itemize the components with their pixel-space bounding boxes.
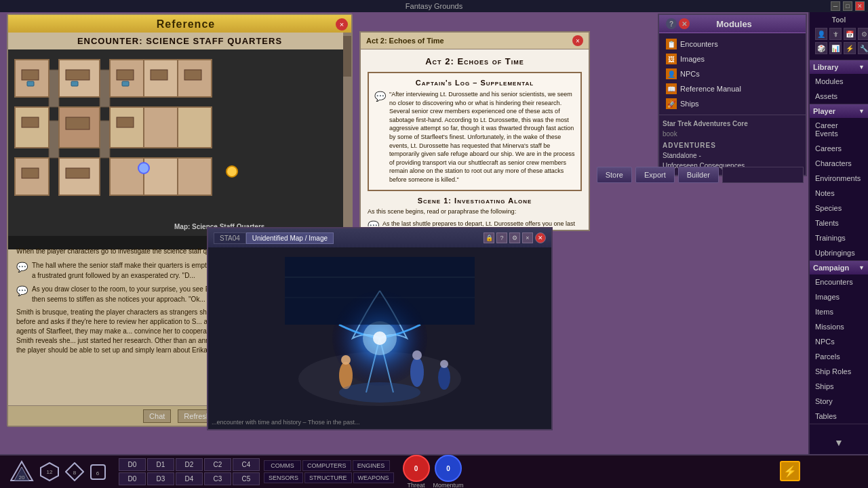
bottom-right-icon[interactable]: ⚡ <box>780 461 800 481</box>
map-section-heading: ENCOUNTER: SCIENCE STAFF QUARTERS <box>8 33 351 49</box>
module-images[interactable]: 🖼 Images <box>663 52 802 66</box>
scene1-dialogue: 💬 As the last shuttle prepares to depart… <box>368 220 582 226</box>
maximize-btn[interactable]: □ <box>843 1 852 11</box>
sidebar-item-encounters[interactable]: Encounters <box>810 274 868 289</box>
stat-c4[interactable]: C4 <box>233 458 260 471</box>
dice-d8[interactable]: 8 <box>65 462 84 481</box>
sidebar-item-modules[interactable]: Modules <box>810 74 868 89</box>
skill-comms[interactable]: COMMS <box>264 460 301 471</box>
search-input-area[interactable] <box>722 167 804 183</box>
player-section-header[interactable]: Player ▼ <box>810 104 868 118</box>
popup-tab-unidentified[interactable]: Unidentified Map / Image <box>246 232 334 244</box>
stat-d2[interactable]: D2 <box>176 458 203 471</box>
stat-d0-2[interactable]: D0 <box>119 472 146 485</box>
image-x-btn[interactable]: × <box>522 232 533 243</box>
sidebar-item-species[interactable]: Species <box>810 201 868 216</box>
sidebar-item-items[interactable]: Items <box>810 304 868 319</box>
module-reference-manual[interactable]: 📖 Reference Manual <box>663 81 802 96</box>
sidebar-item-ship-roles[interactable]: Ship Roles <box>810 364 868 379</box>
tool-icon-3[interactable]: 📅 <box>844 28 856 40</box>
momentum-indicator-group: 0 Momentum <box>433 455 464 488</box>
tool-icons: 👤 🗡 📅 ⚙ 🎲 📊 ⚡ 🔧 <box>812 25 865 57</box>
ref-nav-prev[interactable]: Chat <box>143 409 171 423</box>
sidebar-item-characters[interactable]: Characters <box>810 156 868 171</box>
sidebar-item-notes[interactable]: Notes <box>810 186 868 201</box>
sidebar-item-parcels[interactable]: Parcels <box>810 349 868 364</box>
module-encounters[interactable]: 📋 Encounters <box>663 37 802 52</box>
tool-icon-8[interactable]: 🔧 <box>858 42 868 54</box>
stat-d4[interactable]: D4 <box>176 472 203 485</box>
svg-text:20: 20 <box>19 474 25 481</box>
tool-icon-5[interactable]: 🎲 <box>815 42 827 54</box>
svg-rect-17 <box>144 158 178 195</box>
close-btn[interactable]: ✕ <box>855 1 865 11</box>
sidebar-item-npcs[interactable]: NPCs <box>810 334 868 349</box>
builder-button[interactable]: Builder <box>678 167 719 183</box>
act-close-btn[interactable]: × <box>572 35 583 46</box>
reference-close-btn[interactable]: × <box>336 18 348 30</box>
skill-computers[interactable]: COMPUTERS <box>302 460 351 471</box>
tool-section: Tool 👤 🗡 📅 ⚙ 🎲 📊 ⚡ 🔧 <box>810 12 868 60</box>
sidebar-item-tables[interactable]: Tables <box>810 409 868 424</box>
stat-d0-1[interactable]: D0 <box>119 458 146 471</box>
module-npcs-label: NPCs <box>680 70 700 78</box>
module-npcs-icon: 👤 <box>666 68 677 79</box>
dice-d12[interactable]: 12 <box>39 462 60 482</box>
act-content: Act 2: Echoes of Time Captain's Log – Su… <box>361 49 589 226</box>
module-npcs[interactable]: 👤 NPCs <box>663 66 802 81</box>
store-button[interactable]: Store <box>597 167 632 183</box>
dice-d6[interactable]: 6 <box>90 464 106 481</box>
lock-btn[interactable]: 🔒 <box>484 232 494 243</box>
skill-sensors[interactable]: SENSORS <box>264 472 303 483</box>
sidebar-item-images[interactable]: Images <box>810 289 868 304</box>
scene1-title: Scene 1: Investigating Alone <box>368 197 582 205</box>
image-close-btn[interactable]: ✕ <box>535 232 546 243</box>
minimize-btn[interactable]: ─ <box>831 1 840 11</box>
sidebar-item-careers[interactable]: Careers <box>810 141 868 156</box>
svg-rect-20 <box>66 70 90 80</box>
stat-d3[interactable]: D3 <box>147 472 174 485</box>
act-main-title: Act 2: Echoes of Time <box>368 56 582 66</box>
modules-close-icon[interactable]: ✕ <box>679 18 690 29</box>
svg-text:8: 8 <box>73 470 77 476</box>
library-section-header[interactable]: Library ▼ <box>810 60 868 74</box>
skill-structure[interactable]: STRUCTURE <box>304 472 352 483</box>
tool-icon-2[interactable]: 🗡 <box>829 28 842 40</box>
sidebar-item-environments[interactable]: Environments <box>810 171 868 186</box>
tool-icon-6[interactable]: 📊 <box>829 42 842 54</box>
scrollbar-thumb[interactable] <box>343 36 351 77</box>
sidebar-item-ships[interactable]: Ships <box>810 379 868 394</box>
modules-help-icon[interactable]: ? <box>666 18 677 29</box>
act-panel: Act 2: Echoes of Time × Act 2: Echoes of… <box>359 31 590 231</box>
campaign-section-header[interactable]: Campaign ▼ <box>810 261 868 274</box>
stat-d1[interactable]: D1 <box>147 458 174 471</box>
skill-weapons[interactable]: WEAPONS <box>353 472 394 483</box>
stat-c2[interactable]: C2 <box>204 458 231 471</box>
stat-c5[interactable]: C5 <box>233 472 260 485</box>
image-settings-btn[interactable]: ⚙ <box>509 232 520 243</box>
skill-engines[interactable]: ENGINES <box>353 460 390 471</box>
sidebar-item-upbringings[interactable]: Upbringings <box>810 245 868 260</box>
sidebar-item-career-events[interactable]: Career Events <box>810 118 868 141</box>
image-help-btn[interactable]: ? <box>496 232 507 243</box>
bottom-emblem[interactable]: ⚡ <box>780 461 800 481</box>
sidebar-item-talents[interactable]: Talents <box>810 216 868 230</box>
stat-c3[interactable]: C3 <box>204 472 231 485</box>
popup-tab-sta04[interactable]: STA04 <box>214 232 246 244</box>
module-ships[interactable]: 🚀 Ships <box>663 96 802 111</box>
tool-icon-7[interactable]: ⚡ <box>844 42 856 54</box>
tool-icon-4[interactable]: ⚙ <box>858 28 868 40</box>
sidebar-item-assets[interactable]: Assets <box>810 89 868 104</box>
window-controls[interactable]: ─ □ ✕ <box>831 1 865 11</box>
map-container: ENCOUNTER: SCIENCE STAFF QUARTERS <box>8 33 351 249</box>
export-button[interactable]: Export <box>635 167 675 183</box>
threat-indicator[interactable]: 0 <box>403 455 430 482</box>
tool-icon-1[interactable]: 👤 <box>815 28 827 40</box>
svg-rect-28 <box>66 168 90 178</box>
sidebar-scroll-down[interactable]: ▼ <box>810 434 868 451</box>
sidebar-item-trainings[interactable]: Trainings <box>810 230 868 245</box>
sidebar-item-story[interactable]: Story <box>810 394 868 409</box>
sidebar-item-missions[interactable]: Missions <box>810 319 868 334</box>
momentum-indicator[interactable]: 0 <box>435 455 462 482</box>
dice-d20[interactable]: 20 <box>10 460 34 484</box>
